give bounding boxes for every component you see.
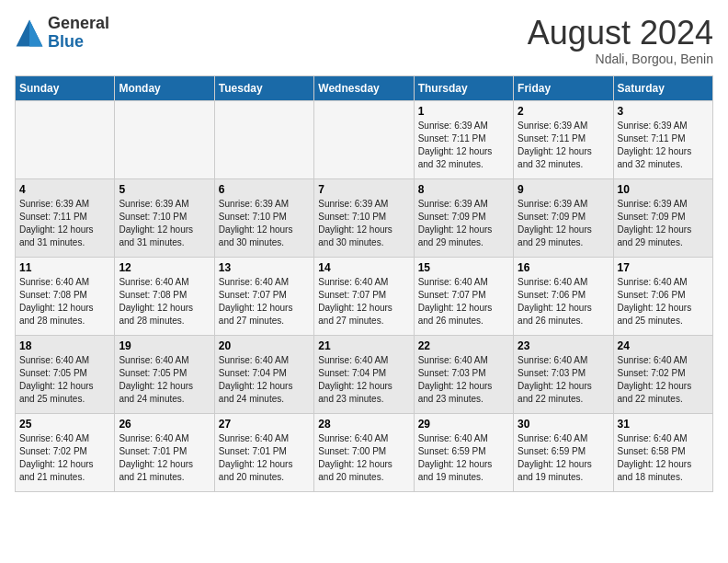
day-number: 17 [618,261,709,274]
day-info: Sunrise: 6:40 AM Sunset: 7:01 PM Dayligh… [119,432,210,484]
day-number: 5 [119,183,210,196]
day-number: 10 [618,183,709,196]
calendar-cell: 5Sunrise: 6:39 AM Sunset: 7:10 PM Daylig… [115,178,214,257]
calendar-cell: 10Sunrise: 6:39 AM Sunset: 7:09 PM Dayli… [613,178,712,257]
day-number: 30 [518,418,609,431]
day-number: 31 [618,418,709,431]
header-friday: Friday [514,75,613,100]
day-info: Sunrise: 6:39 AM Sunset: 7:10 PM Dayligh… [119,198,210,249]
calendar-cell: 1Sunrise: 6:39 AM Sunset: 7:11 PM Daylig… [414,100,513,178]
calendar-cell: 2Sunrise: 6:39 AM Sunset: 7:11 PM Daylig… [514,100,613,178]
calendar-cell: 25Sunrise: 6:40 AM Sunset: 7:02 PM Dayli… [16,413,115,491]
day-number: 7 [318,183,409,196]
header-wednesday: Wednesday [314,75,414,100]
calendar-cell: 22Sunrise: 6:40 AM Sunset: 7:03 PM Dayli… [414,335,513,413]
logo-text: General Blue [48,15,109,52]
day-number: 14 [318,261,409,274]
calendar-cell: 8Sunrise: 6:39 AM Sunset: 7:09 PM Daylig… [414,178,513,257]
day-info: Sunrise: 6:39 AM Sunset: 7:11 PM Dayligh… [418,120,509,171]
svg-marker-1 [29,19,42,46]
day-info: Sunrise: 6:40 AM Sunset: 7:00 PM Dayligh… [318,432,409,484]
day-info: Sunrise: 6:40 AM Sunset: 7:03 PM Dayligh… [518,354,609,406]
header-tuesday: Tuesday [214,75,313,100]
calendar-cell [16,100,115,178]
calendar-cell: 20Sunrise: 6:40 AM Sunset: 7:04 PM Dayli… [214,335,313,413]
header-thursday: Thursday [414,75,513,100]
day-number: 28 [318,418,409,431]
calendar-week-row: 18Sunrise: 6:40 AM Sunset: 7:05 PM Dayli… [16,335,713,413]
calendar-cell [115,100,214,178]
calendar-week-row: 1Sunrise: 6:39 AM Sunset: 7:11 PM Daylig… [16,100,713,178]
logo-general-text: General [48,15,109,33]
day-number: 25 [19,418,110,431]
calendar-cell: 21Sunrise: 6:40 AM Sunset: 7:04 PM Dayli… [314,335,414,413]
location-subtitle: Ndali, Borgou, Benin [528,52,713,66]
day-number: 8 [418,183,509,196]
day-number: 23 [518,339,609,352]
logo-blue-text: Blue [48,33,109,52]
day-info: Sunrise: 6:40 AM Sunset: 7:06 PM Dayligh… [618,276,709,327]
calendar-cell: 24Sunrise: 6:40 AM Sunset: 7:02 PM Dayli… [613,335,712,413]
calendar-cell: 14Sunrise: 6:40 AM Sunset: 7:07 PM Dayli… [314,257,414,335]
day-info: Sunrise: 6:39 AM Sunset: 7:10 PM Dayligh… [219,198,310,249]
day-info: Sunrise: 6:40 AM Sunset: 7:07 PM Dayligh… [219,276,310,327]
day-info: Sunrise: 6:40 AM Sunset: 7:02 PM Dayligh… [19,432,110,484]
day-info: Sunrise: 6:40 AM Sunset: 6:58 PM Dayligh… [618,432,709,484]
day-number: 4 [19,183,110,196]
title-block: August 2024 Ndali, Borgou, Benin [528,15,713,66]
day-number: 26 [119,418,210,431]
day-number: 13 [219,261,310,274]
day-number: 2 [518,105,609,118]
calendar-cell: 23Sunrise: 6:40 AM Sunset: 7:03 PM Dayli… [514,335,613,413]
day-number: 24 [618,339,709,352]
header-saturday: Saturday [613,75,712,100]
day-number: 9 [518,183,609,196]
calendar-cell: 4Sunrise: 6:39 AM Sunset: 7:11 PM Daylig… [16,178,115,257]
logo-icon [15,18,44,48]
day-info: Sunrise: 6:39 AM Sunset: 7:11 PM Dayligh… [618,120,709,171]
day-info: Sunrise: 6:40 AM Sunset: 7:07 PM Dayligh… [318,276,409,327]
day-info: Sunrise: 6:40 AM Sunset: 7:03 PM Dayligh… [418,354,509,406]
calendar-week-row: 25Sunrise: 6:40 AM Sunset: 7:02 PM Dayli… [16,413,713,491]
calendar-cell: 13Sunrise: 6:40 AM Sunset: 7:07 PM Dayli… [214,257,313,335]
day-info: Sunrise: 6:40 AM Sunset: 7:01 PM Dayligh… [219,432,310,484]
calendar-cell: 29Sunrise: 6:40 AM Sunset: 6:59 PM Dayli… [414,413,513,491]
day-number: 27 [219,418,310,431]
calendar-cell: 15Sunrise: 6:40 AM Sunset: 7:07 PM Dayli… [414,257,513,335]
day-info: Sunrise: 6:40 AM Sunset: 6:59 PM Dayligh… [418,432,509,484]
calendar-cell: 9Sunrise: 6:39 AM Sunset: 7:09 PM Daylig… [514,178,613,257]
day-number: 20 [219,339,310,352]
calendar-cell: 7Sunrise: 6:39 AM Sunset: 7:10 PM Daylig… [314,178,414,257]
calendar-table: SundayMondayTuesdayWednesdayThursdayFrid… [15,75,713,492]
calendar-cell: 6Sunrise: 6:39 AM Sunset: 7:10 PM Daylig… [214,178,313,257]
logo: General Blue [15,15,109,52]
day-number: 6 [219,183,310,196]
day-number: 15 [418,261,509,274]
day-number: 19 [119,339,210,352]
day-info: Sunrise: 6:39 AM Sunset: 7:10 PM Dayligh… [318,198,409,249]
day-info: Sunrise: 6:40 AM Sunset: 7:07 PM Dayligh… [418,276,509,327]
day-number: 16 [518,261,609,274]
calendar-cell: 19Sunrise: 6:40 AM Sunset: 7:05 PM Dayli… [115,335,214,413]
calendar-cell: 28Sunrise: 6:40 AM Sunset: 7:00 PM Dayli… [314,413,414,491]
calendar-cell: 30Sunrise: 6:40 AM Sunset: 6:59 PM Dayli… [514,413,613,491]
page-header: General Blue August 2024 Ndali, Borgou, … [15,15,713,66]
calendar-week-row: 4Sunrise: 6:39 AM Sunset: 7:11 PM Daylig… [16,178,713,257]
day-number: 21 [318,339,409,352]
day-number: 12 [119,261,210,274]
calendar-header-row: SundayMondayTuesdayWednesdayThursdayFrid… [16,75,713,100]
calendar-cell: 31Sunrise: 6:40 AM Sunset: 6:58 PM Dayli… [613,413,712,491]
day-number: 18 [19,339,110,352]
calendar-cell [214,100,313,178]
day-number: 1 [418,105,509,118]
header-monday: Monday [115,75,214,100]
calendar-cell: 27Sunrise: 6:40 AM Sunset: 7:01 PM Dayli… [214,413,313,491]
day-info: Sunrise: 6:40 AM Sunset: 7:05 PM Dayligh… [119,354,210,406]
calendar-cell: 3Sunrise: 6:39 AM Sunset: 7:11 PM Daylig… [613,100,712,178]
day-number: 11 [19,261,110,274]
day-info: Sunrise: 6:40 AM Sunset: 7:08 PM Dayligh… [119,276,210,327]
day-info: Sunrise: 6:39 AM Sunset: 7:11 PM Dayligh… [518,120,609,171]
calendar-week-row: 11Sunrise: 6:40 AM Sunset: 7:08 PM Dayli… [16,257,713,335]
calendar-cell: 11Sunrise: 6:40 AM Sunset: 7:08 PM Dayli… [16,257,115,335]
calendar-cell: 16Sunrise: 6:40 AM Sunset: 7:06 PM Dayli… [514,257,613,335]
